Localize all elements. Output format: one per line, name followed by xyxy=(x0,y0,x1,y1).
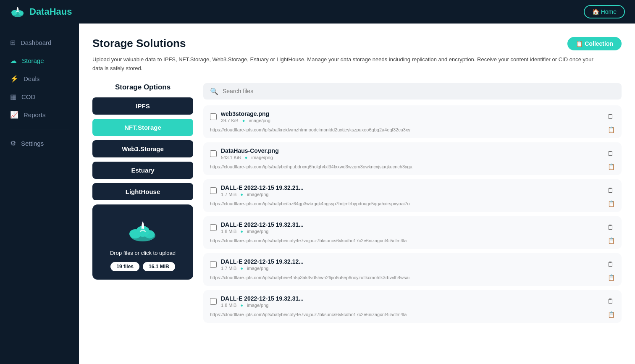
storage-icon: ☁ xyxy=(10,57,17,65)
file-name: DALL-E 2022-12-15 19.32.21... xyxy=(221,184,304,191)
page-title: Storage Solutions xyxy=(92,37,186,50)
reports-icon: 📈 xyxy=(10,111,18,119)
storage-options-panel: Storage Options IPFS NFT.Storage Web3.St… xyxy=(92,83,193,327)
svg-point-2 xyxy=(18,11,24,15)
sidebar-item-settings[interactable]: ⚙ Settings xyxy=(0,134,79,152)
sidebar-label-deals: Deals xyxy=(24,75,39,82)
search-input[interactable] xyxy=(223,88,615,94)
file-type: image/png xyxy=(247,303,268,308)
file-url-copy-button[interactable]: 📋 xyxy=(608,237,615,244)
upload-files-count: 19 files xyxy=(110,262,139,271)
file-url: https://cloudflare-ipfs.com/ipfs/bafybei… xyxy=(210,311,615,318)
file-url-text: https://cloudflare-ipfs.com/ipfs/bafybei… xyxy=(210,201,604,206)
file-actions: 🗒 xyxy=(606,223,615,232)
file-checkbox[interactable] xyxy=(210,113,217,120)
file-item: DALL-E 2022-12-15 19.32.12... 1.7 MiB ● … xyxy=(203,253,622,286)
collection-button[interactable]: 📋 Collection xyxy=(567,37,622,50)
sidebar-label-dashboard: Dashboard xyxy=(21,39,51,46)
upload-area[interactable]: Drop files or click to upload 19 files 1… xyxy=(92,204,193,280)
file-url-text: https://cloudflare-ipfs.com/ipfs/bafkrei… xyxy=(210,127,604,132)
file-details-button[interactable]: 🗒 xyxy=(606,297,615,306)
file-type: image/png xyxy=(249,118,270,123)
file-url-text: https://cloudflare-ipfs.com/ipfs/bafybei… xyxy=(210,164,604,169)
file-size: 1.8 MiB xyxy=(221,229,236,234)
file-meta: 39.7 KiB ● image/png xyxy=(221,118,273,123)
file-url-copy-button[interactable]: 📋 xyxy=(608,274,615,281)
file-size: 543.1 KiB xyxy=(221,155,241,160)
file-size: 1.7 MiB xyxy=(221,266,236,271)
file-url: https://cloudflare-ipfs.com/ipfs/bafybei… xyxy=(210,274,615,281)
file-size: 1.7 MiB xyxy=(221,192,236,197)
search-icon: 🔍 xyxy=(210,87,218,95)
settings-icon: ⚙ xyxy=(10,139,16,147)
dashboard-icon: ⊞ xyxy=(10,39,16,47)
sidebar-label-reports: Reports xyxy=(24,111,46,118)
file-checkbox[interactable] xyxy=(210,261,217,268)
file-url: https://cloudflare-ipfs.com/ipfs/bafybei… xyxy=(210,237,615,244)
file-name: DALL-E 2022-12-15 19.32.12... xyxy=(221,258,304,265)
sidebar-label-settings: Settings xyxy=(21,140,44,147)
logo: DataHaus xyxy=(10,4,72,19)
file-actions: 🗒 xyxy=(606,260,615,269)
storage-btn-estuary[interactable]: Estuary xyxy=(92,162,193,179)
file-type: image/png xyxy=(251,155,273,160)
file-url: https://cloudflare-ipfs.com/ipfs/bafkrei… xyxy=(210,126,615,133)
file-checkbox[interactable] xyxy=(210,224,217,231)
file-items-container: web3storage.png 39.7 KiB ● image/png 🗒 h… xyxy=(203,105,622,323)
storage-options-title: Storage Options xyxy=(92,83,193,92)
file-item: web3storage.png 39.7 KiB ● image/png 🗒 h… xyxy=(203,105,622,138)
file-name: DALL-E 2022-12-15 19.32.31... xyxy=(221,295,304,302)
file-meta: 1.7 MiB ● image/png xyxy=(221,192,304,197)
file-name: DataHaus-Cover.png xyxy=(221,147,279,154)
file-item: DataHaus-Cover.png 543.1 KiB ● image/png… xyxy=(203,142,622,175)
sidebar-item-dashboard[interactable]: ⊞ Dashboard xyxy=(0,34,79,52)
file-url: https://cloudflare-ipfs.com/ipfs/bafybei… xyxy=(210,200,615,207)
file-details-button[interactable]: 🗒 xyxy=(606,223,615,232)
logo-icon xyxy=(10,4,25,19)
file-details-button[interactable]: 🗒 xyxy=(606,112,615,121)
file-meta: 543.1 KiB ● image/png xyxy=(221,155,279,160)
file-item: DALL-E 2022-12-15 19.32.31... 1.8 MiB ● … xyxy=(203,216,622,249)
file-meta: 1.8 MiB ● image/png xyxy=(221,303,304,308)
sidebar-item-cod[interactable]: ▦ COD xyxy=(0,88,79,106)
file-checkbox[interactable] xyxy=(210,187,217,194)
file-details-button[interactable]: 🗒 xyxy=(606,260,615,269)
file-meta: 1.7 MiB ● image/png xyxy=(221,266,304,271)
file-actions: 🗒 xyxy=(606,186,615,195)
file-type: image/png xyxy=(247,266,268,271)
file-type: image/png xyxy=(247,192,268,197)
sidebar-item-storage[interactable]: ☁ Storage xyxy=(0,52,79,70)
upload-cloud-icon xyxy=(126,218,160,243)
file-actions: 🗒 xyxy=(606,112,615,121)
file-url-text: https://cloudflare-ipfs.com/ipfs/bafybei… xyxy=(210,275,604,280)
file-url-copy-button[interactable]: 📋 xyxy=(608,311,615,318)
file-actions: 🗒 xyxy=(606,149,615,158)
file-details-button[interactable]: 🗒 xyxy=(606,186,615,195)
sidebar-label-cod: COD xyxy=(21,93,35,100)
storage-btn-web3-storage[interactable]: Web3.Storage xyxy=(92,140,193,157)
storage-btn-ipfs[interactable]: IPFS xyxy=(92,97,193,115)
home-button[interactable]: 🏠 Home xyxy=(584,5,625,18)
file-size: 39.7 KiB xyxy=(221,118,239,123)
file-url-copy-button[interactable]: 📋 xyxy=(608,126,615,133)
logo-text: DataHaus xyxy=(29,6,72,17)
file-checkbox[interactable] xyxy=(210,298,217,305)
storage-btn-lighthouse[interactable]: LightHouse xyxy=(92,183,193,200)
file-url-copy-button[interactable]: 📋 xyxy=(608,163,615,170)
search-bar: 🔍 xyxy=(203,83,622,100)
storage-btn-nft-storage[interactable]: NFT.Storage xyxy=(92,119,193,136)
file-name: DALL-E 2022-12-15 19.32.31... xyxy=(221,221,304,228)
file-checkbox[interactable] xyxy=(210,150,217,157)
file-list: 🔍 web3storage.png 39.7 KiB ● image/png xyxy=(203,83,622,327)
sidebar-item-deals[interactable]: ⚡ Deals xyxy=(0,70,79,88)
upload-badges: 19 files 16.1 MiB xyxy=(110,262,175,271)
file-details-button[interactable]: 🗒 xyxy=(606,149,615,158)
sidebar-item-reports[interactable]: 📈 Reports xyxy=(0,106,79,124)
file-url-copy-button[interactable]: 📋 xyxy=(608,200,615,207)
file-name: web3storage.png xyxy=(221,110,273,117)
content-area: Storage Options IPFS NFT.Storage Web3.St… xyxy=(92,83,622,327)
sidebar-label-storage: Storage xyxy=(22,57,44,64)
file-url-text: https://cloudflare-ipfs.com/ipfs/bafybei… xyxy=(210,312,604,317)
nav-divider xyxy=(10,129,69,129)
file-item: DALL-E 2022-12-15 19.32.31... 1.8 MiB ● … xyxy=(203,290,622,323)
